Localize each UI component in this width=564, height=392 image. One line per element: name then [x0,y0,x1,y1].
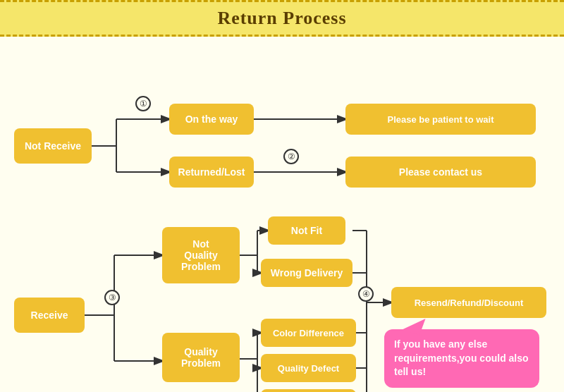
not-receive-box: Not Receive [14,128,92,164]
speech-text: If you have any else requirements,you co… [394,338,529,377]
circle-1: ① [135,96,151,111]
damage-box: Damage [261,389,356,392]
not-fit-box: Not Fit [268,216,345,245]
diagram: Not Receive On the way Returned/Lost Ple… [0,37,564,392]
receive-box: Receive [14,298,85,333]
not-quality-box: Not Quality Problem [162,227,240,283]
title-text: Return Process [217,8,346,28]
patient-wait-box: Please be patient to wait [345,104,536,135]
circle-3: ③ [104,290,120,305]
circle-4: ④ [358,286,374,302]
circle-2: ② [283,149,299,164]
quality-defect-box: Quality Defect [261,354,356,382]
page-title: Return Process [0,0,564,37]
on-the-way-box: On the way [169,104,254,135]
returned-lost-box: Returned/Lost [169,157,254,188]
resend-box: Resend/Refund/Discount [391,287,546,318]
wrong-delivery-box: Wrong Delivery [261,259,352,287]
quality-problem-box: Quality Problem [162,333,240,382]
color-diff-box: Color Difference [261,319,356,347]
speech-bubble: If you have any else requirements,you co… [384,329,539,388]
contact-us-box: Please contact us [345,157,536,188]
